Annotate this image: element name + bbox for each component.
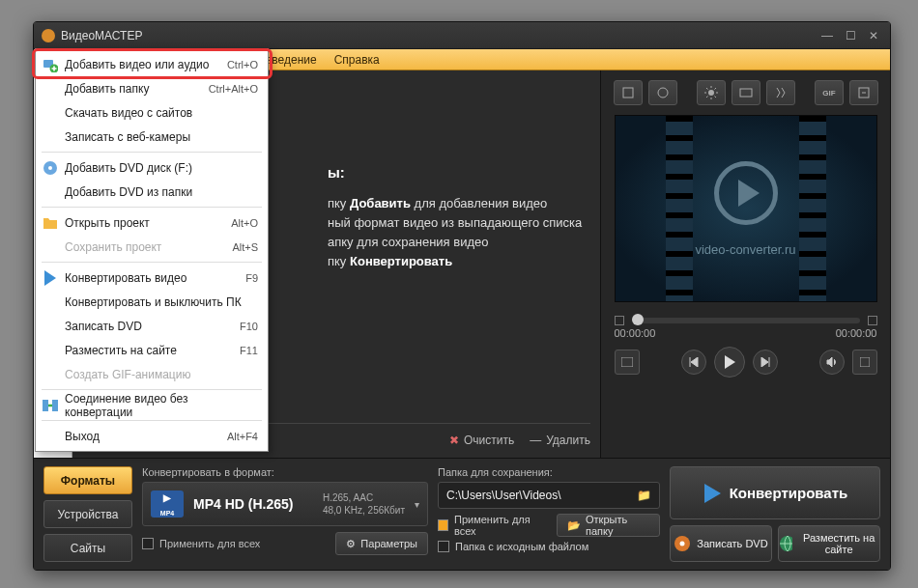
- format-name: MP4 HD (H.265): [193, 496, 313, 512]
- maximize-button[interactable]: ☐: [842, 29, 859, 42]
- menu-item[interactable]: Добавить DVD из папки: [36, 180, 268, 204]
- menu-item-label: Сохранить проект: [65, 240, 161, 254]
- play-icon: [42, 269, 59, 287]
- frame-icon[interactable]: [648, 80, 677, 105]
- tab-sites[interactable]: Сайты: [43, 534, 132, 562]
- menu-item: Сохранить проектAlt+S: [36, 235, 268, 259]
- folder-label: Папка для сохранения:: [438, 466, 660, 478]
- menu-item-label: Добавить видео или аудио: [65, 58, 209, 71]
- menu-item[interactable]: Записать DVDF10: [36, 314, 268, 338]
- clear-action[interactable]: ✖Очистить: [449, 434, 514, 447]
- time-current: 00:00:00: [615, 327, 656, 339]
- browse-folder-icon[interactable]: 📁: [637, 489, 651, 502]
- same-folder-check[interactable]: Папка с исходным файлом: [438, 541, 588, 552]
- delete-action[interactable]: —Удалить: [530, 434, 590, 447]
- path-text: C:\Users\User\Videos\: [446, 489, 560, 502]
- brightness-icon[interactable]: [697, 80, 726, 105]
- menu-item-label: Записать с веб-камеры: [65, 130, 190, 144]
- publish-button[interactable]: Разместить на сайте: [778, 525, 880, 562]
- svg-rect-11: [621, 357, 633, 367]
- playback-controls: [615, 347, 877, 378]
- marker-left-icon[interactable]: [615, 316, 624, 325]
- marker-right-icon[interactable]: [868, 316, 877, 325]
- format-details: H.265, AAC48,0 KHz, 256Кбит: [323, 491, 405, 517]
- menu-item[interactable]: Конвертировать видеоF9: [36, 266, 268, 290]
- menu-item-label: Добавить DVD из папки: [65, 185, 192, 199]
- seek-bar[interactable]: [615, 316, 877, 325]
- svg-rect-9: [740, 89, 752, 97]
- format-selector[interactable]: MP4 MP4 HD (H.265) H.265, AAC48,0 KHz, 2…: [142, 482, 428, 526]
- menu-item-label: Добавить DVD диск (F:): [65, 161, 192, 175]
- tab-devices[interactable]: Устройства: [43, 500, 132, 528]
- menu-item[interactable]: Скачать видео с сайтов: [36, 100, 268, 125]
- join-icon: [42, 397, 59, 414]
- output-path[interactable]: C:\Users\User\Videos\ 📁: [438, 482, 660, 509]
- menu-item[interactable]: Соединение видео без конвертации: [36, 393, 268, 417]
- menu-item[interactable]: Добавить DVD диск (F:): [36, 155, 268, 180]
- snapshot-icon[interactable]: [615, 350, 640, 375]
- menu-shortcut: Alt+F4: [227, 431, 258, 442]
- app-logo-icon: [42, 29, 55, 42]
- params-button[interactable]: ⚙Параметры: [335, 532, 428, 555]
- menu-shortcut: F10: [240, 321, 258, 332]
- menu-shortcut: Alt+O: [231, 217, 258, 229]
- watermark-text: video-converter.ru: [695, 242, 795, 257]
- menu-item[interactable]: ВыходAlt+F4: [36, 424, 268, 448]
- menu-item[interactable]: Конвертировать и выключить ПК: [36, 290, 268, 314]
- time-display: 00:00:00 00:00:00: [615, 327, 877, 339]
- cut-icon[interactable]: [732, 80, 760, 105]
- convert-button[interactable]: Конвертировать: [670, 466, 880, 519]
- minimize-button[interactable]: —: [818, 29, 836, 42]
- fullscreen-button[interactable]: [852, 350, 877, 375]
- instruction-line: пку Добавить для добавления видео: [328, 194, 587, 213]
- menu-item[interactable]: Добавить видео или аудиоCtrl+O: [36, 52, 268, 76]
- next-button[interactable]: [753, 350, 778, 375]
- preview-panel: GIF video-converter.ru 00:00:00 00:00: [600, 70, 890, 458]
- folder-box: Папка для сохранения: C:\Users\User\Vide…: [438, 466, 660, 562]
- open-folder-button[interactable]: 📂Открыть папку: [557, 514, 660, 537]
- instruction-line: апку для сохранения видео: [328, 233, 587, 252]
- menu-item[interactable]: Разместить на сайтеF11: [36, 338, 268, 362]
- menu-item[interactable]: Записать с веб-камеры: [36, 125, 268, 149]
- menu-item-label: Скачать видео с сайтов: [65, 106, 192, 120]
- bottom-panel: Форматы Устройства Сайты Конвертировать …: [34, 458, 890, 570]
- menu-item-label: Создать GIF-анимацию: [65, 368, 190, 381]
- instruction-line: пку Конвертировать: [328, 252, 587, 271]
- svg-rect-12: [860, 357, 870, 367]
- menu-item[interactable]: Открыть проектAlt+O: [36, 210, 268, 235]
- menu-item: Создать GIF-анимацию: [36, 362, 268, 386]
- chevron-down-icon: ▾: [415, 499, 419, 510]
- volume-button[interactable]: [819, 350, 845, 375]
- window-title: ВидеоМАСТЕР: [61, 29, 813, 42]
- gif-icon[interactable]: GIF: [815, 80, 844, 105]
- play-button[interactable]: [714, 347, 745, 378]
- folder-icon: [42, 214, 59, 232]
- prev-button[interactable]: [681, 350, 706, 375]
- svg-point-7: [658, 88, 668, 98]
- menu-item-label: Конвертировать и выключить ПК: [65, 295, 242, 309]
- folder-icon: 📂: [567, 519, 581, 532]
- svg-rect-20: [43, 400, 48, 411]
- seek-track[interactable]: [632, 318, 860, 323]
- folder-apply-all[interactable]: Применить для всех: [438, 514, 545, 537]
- add-icon: [42, 56, 59, 73]
- menu-shortcut: F9: [245, 272, 258, 284]
- close-button[interactable]: ✕: [865, 29, 882, 42]
- filmstrip-icon: [799, 116, 826, 301]
- format-label: Конвертировать в формат:: [142, 466, 428, 478]
- crop-icon[interactable]: [614, 80, 643, 105]
- instruction-line: ный формат видео из выпадающего списка: [328, 213, 587, 233]
- menu-item-label: Открыть проект: [65, 216, 150, 230]
- format-apply-all[interactable]: Применить для всех: [142, 538, 260, 549]
- instructions-heading: ы:: [328, 164, 587, 181]
- play-overlay-icon[interactable]: [714, 161, 778, 225]
- burn-dvd-button[interactable]: Записать DVD: [670, 525, 772, 562]
- menu-item-label: Конвертировать видео: [65, 271, 186, 285]
- gear-icon: ⚙: [346, 538, 356, 550]
- menu-help[interactable]: Справка: [326, 49, 388, 70]
- tab-formats[interactable]: Форматы: [43, 466, 132, 494]
- speed-icon[interactable]: [766, 80, 795, 105]
- menu-item-label: Соединение видео без конвертации: [65, 392, 258, 419]
- menu-item[interactable]: Добавить папкуCtrl+Alt+O: [36, 76, 268, 100]
- screenshot-icon[interactable]: [849, 80, 878, 105]
